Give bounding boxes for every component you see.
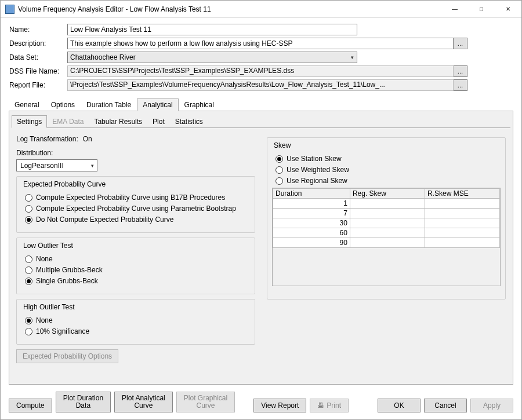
radio-icon	[25, 266, 32, 274]
low-outlier-title: Low Outlier Test	[21, 242, 75, 250]
subtab-settings[interactable]: Settings	[12, 115, 47, 128]
low-mgb-radio[interactable]: Multiple Grubbs-Beck	[25, 266, 250, 274]
table-row: 30	[273, 218, 500, 228]
app-icon	[5, 5, 14, 14]
window-buttons: — □ ✕	[441, 1, 521, 18]
log-transform-label: Log Transformation:	[16, 135, 78, 143]
radio-icon	[25, 205, 32, 213]
button-bar: Compute Plot Duration Data Plot Analytic…	[1, 388, 521, 419]
subtab-ema-data: EMA Data	[47, 115, 89, 128]
high-outlier-group: High Outlier Test None 10% Significance	[16, 299, 255, 345]
print-icon: 🖶	[317, 401, 324, 410]
low-outlier-group: Low Outlier Test None Multiple Grubbs-Be…	[16, 238, 255, 294]
radio-icon	[25, 255, 32, 263]
name-label: Name:	[9, 25, 67, 34]
radio-icon	[25, 277, 32, 285]
maximize-button[interactable]: □	[468, 1, 495, 18]
left-column: Log Transformation: On Distribution: Log…	[16, 133, 255, 377]
close-button[interactable]: ✕	[495, 1, 521, 18]
form-area: Name: Description: … Data Set: Chattahoo…	[1, 18, 521, 93]
compute-button[interactable]: Compute	[9, 399, 52, 412]
report-file-field: \Projects\Test\SSP_Examples\VolumeFreque…	[67, 79, 454, 91]
table-row: 90	[273, 238, 500, 248]
name-input[interactable]	[67, 24, 357, 35]
distribution-label: Distribution:	[16, 149, 53, 157]
tab-analytical[interactable]: Analytical	[137, 98, 178, 111]
titlebar: Volume Frequency Analysis Editor - Low F…	[1, 1, 521, 18]
skew-weighted-radio[interactable]: Use Weighted Skew	[276, 166, 501, 174]
low-none-radio[interactable]: None	[25, 255, 250, 263]
window-title: Volume Frequency Analysis Editor - Low F…	[18, 5, 441, 13]
epc-bootstrap-radio[interactable]: Compute Expected Probability Curve using…	[25, 204, 250, 213]
cancel-button[interactable]: Cancel	[424, 399, 467, 412]
window: Volume Frequency Analysis Editor - Low F…	[0, 0, 522, 420]
minimize-button[interactable]: —	[441, 1, 468, 18]
low-sgb-radio[interactable]: Single Grubbs-Beck	[25, 277, 250, 285]
subtab-plot[interactable]: Plot	[147, 115, 170, 128]
high-none-radio[interactable]: None	[25, 316, 250, 324]
dss-file-browse-button[interactable]: …	[454, 65, 467, 77]
expected-prob-options-button: Expected Probability Options	[16, 349, 118, 363]
radio-icon	[25, 194, 32, 202]
skew-table-wrap: Duration Reg. Skew R.Skew MSE 1 7 30 60 …	[272, 188, 501, 286]
tab-duration-table[interactable]: Duration Table	[81, 98, 137, 111]
col-reg-skew: Reg. Skew	[350, 189, 425, 199]
expected-prob-title: Expected Probablity Curve	[21, 180, 107, 188]
distribution-select[interactable]: LogPearsonIII	[16, 159, 97, 171]
high-outlier-title: High Outlier Test	[21, 303, 76, 311]
log-transform-value: On	[83, 135, 92, 143]
radio-icon	[276, 177, 283, 185]
skew-regional-radio[interactable]: Use Regional Skew	[276, 177, 501, 185]
description-label: Description:	[9, 39, 67, 48]
table-row: 7	[273, 209, 500, 218]
plot-duration-button[interactable]: Plot Duration Data	[56, 392, 111, 412]
skew-table[interactable]: Duration Reg. Skew R.Skew MSE 1 7 30 60 …	[273, 188, 500, 248]
right-column: Skew Use Station Skew Use Weighted Skew …	[267, 133, 506, 377]
subtab-statistics[interactable]: Statistics	[170, 115, 208, 128]
col-mse: R.Skew MSE	[425, 189, 499, 199]
view-report-button[interactable]: View Report	[253, 399, 306, 412]
epc-b17b-radio[interactable]: Compute Expected Probability Curve using…	[25, 193, 250, 202]
tab-graphical[interactable]: Graphical	[179, 98, 220, 111]
plot-analytical-button[interactable]: Plot Analytical Curve	[114, 392, 173, 412]
dataset-select[interactable]: Chattahoochee River	[67, 52, 357, 63]
radio-icon	[25, 317, 32, 324]
apply-button: Apply	[470, 399, 513, 412]
skew-title: Skew	[272, 141, 292, 149]
description-browse-button[interactable]: …	[454, 38, 467, 49]
high-10pct-radio[interactable]: 10% Significance	[25, 327, 250, 335]
radio-icon	[276, 155, 283, 163]
description-input[interactable]	[67, 38, 454, 49]
plot-graphical-button: Plot Graphical Curve	[176, 392, 235, 412]
ok-button[interactable]: OK	[378, 399, 420, 412]
expected-prob-group: Expected Probablity Curve Compute Expect…	[16, 176, 255, 233]
subtab-tabular-results[interactable]: Tabular Results	[89, 115, 147, 128]
report-file-browse-button[interactable]: …	[454, 79, 467, 91]
radio-icon	[276, 166, 283, 174]
dss-file-label: DSS File Name:	[9, 67, 67, 75]
radio-icon	[25, 328, 32, 335]
skew-group: Skew Use Station Skew Use Weighted Skew …	[267, 137, 506, 300]
dss-file-field: C:\PROJECTS\SSP\Projects\Test\SSP_Exampl…	[67, 65, 454, 77]
analytical-panel: Settings EMA Data Tabular Results Plot S…	[9, 111, 513, 385]
print-button: 🖶Print	[310, 399, 349, 412]
settings-panel: Log Transformation: On Distribution: Log…	[12, 128, 510, 382]
main-tabstrip: General Options Duration Table Analytica…	[9, 98, 513, 111]
epc-none-radio[interactable]: Do Not Compute Expected Probability Curv…	[25, 216, 250, 224]
table-row: 60	[273, 228, 500, 238]
tab-options[interactable]: Options	[45, 98, 81, 111]
radio-icon	[25, 216, 32, 224]
tab-general[interactable]: General	[9, 98, 45, 111]
col-duration: Duration	[273, 189, 350, 199]
sub-tabstrip: Settings EMA Data Tabular Results Plot S…	[12, 115, 510, 128]
table-row: 1	[273, 199, 500, 209]
dataset-label: Data Set:	[9, 53, 67, 61]
skew-station-radio[interactable]: Use Station Skew	[276, 155, 501, 163]
report-file-label: Report File:	[9, 81, 67, 89]
